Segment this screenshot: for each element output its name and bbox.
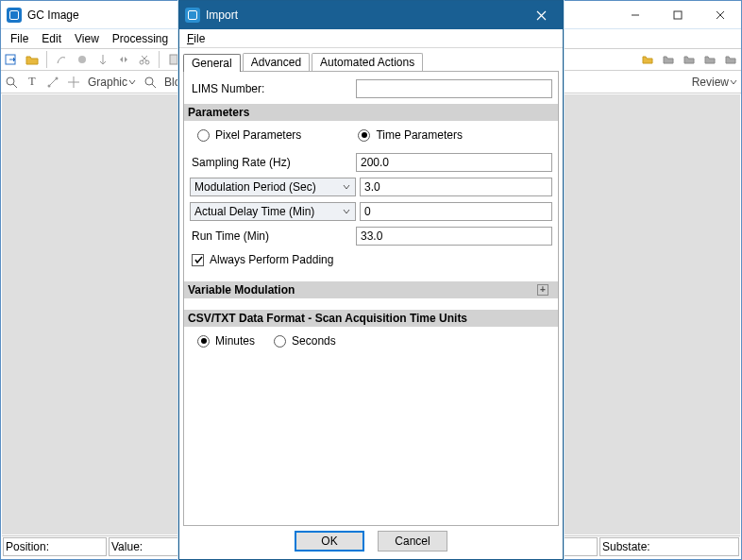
radio-time-parameters[interactable]: Time Parameters (358, 128, 463, 142)
parameters-header: Parameters (184, 104, 558, 121)
radio-dot-icon (197, 335, 210, 348)
always-padding-checkbox[interactable]: Always Perform Padding (190, 249, 552, 270)
close-button[interactable] (699, 1, 741, 29)
open-folder-icon[interactable] (24, 51, 41, 68)
dialog-menubar: File (179, 29, 563, 48)
svg-point-9 (48, 84, 51, 87)
maximize-button[interactable] (656, 1, 699, 29)
ok-button[interactable]: OK (295, 531, 364, 552)
tab-general[interactable]: General (183, 54, 241, 72)
modulation-period-input[interactable] (360, 178, 552, 196)
radio-minutes-label: Minutes (215, 334, 255, 348)
text-tool-icon[interactable]: T (24, 74, 41, 91)
radio-dot-icon (358, 129, 370, 142)
tool-icon-1[interactable] (53, 51, 70, 68)
sampling-rate-label: Sampling Rate (Hz) (190, 156, 356, 169)
svg-point-8 (7, 77, 14, 85)
blob-icon[interactable] (142, 74, 159, 91)
radio-dot-icon (274, 335, 286, 348)
dialog-titlebar: Import (179, 1, 563, 29)
dialog-close-button[interactable] (520, 1, 563, 29)
radio-seconds[interactable]: Seconds (274, 334, 336, 348)
dialog-title: Import (206, 8, 238, 22)
modulation-period-label: Modulation Period (Sec) (194, 180, 316, 194)
tab-panel-general: LIMS Number: Parameters Pixel Parameters… (183, 71, 559, 526)
status-position: Position: (3, 537, 107, 556)
radio-dot-icon (197, 129, 210, 142)
actual-delay-combo[interactable]: Actual Delay Time (Min) (190, 202, 356, 221)
csv-format-header: CSV/TXT Data Format - Scan Acquisition T… (184, 310, 558, 327)
lims-input[interactable] (356, 79, 552, 98)
cancel-button[interactable]: Cancel (378, 531, 447, 552)
main-title: GC Image (27, 8, 79, 22)
folder-icon-r2[interactable] (660, 51, 677, 68)
crosshair-icon[interactable] (65, 74, 82, 91)
svg-rect-5 (170, 55, 177, 64)
modulation-period-combo[interactable]: Modulation Period (Sec) (190, 178, 356, 196)
graphic-label: Graphic (88, 76, 127, 89)
import-dialog: Import File General Advanced Automated A… (178, 0, 564, 560)
tool-icon-4[interactable] (115, 51, 132, 68)
menu-view[interactable]: View (69, 31, 105, 46)
minimize-button[interactable] (614, 1, 656, 29)
review-dropdown[interactable]: Review (690, 76, 739, 89)
radio-seconds-label: Seconds (292, 334, 336, 348)
svg-point-10 (56, 76, 59, 79)
expand-icon[interactable]: + (537, 284, 548, 296)
checkbox-box-icon (192, 254, 204, 266)
run-time-label: Run Time (Min) (190, 229, 356, 243)
folder-icon-r5[interactable] (722, 51, 739, 68)
graphic-dropdown[interactable]: Graphic (86, 76, 138, 89)
review-label: Review (692, 76, 729, 89)
run-time-input[interactable] (356, 227, 552, 246)
cut-icon[interactable] (136, 51, 153, 68)
app-icon (7, 8, 22, 23)
tool-icon-3[interactable] (94, 51, 111, 68)
actual-delay-input[interactable] (360, 202, 552, 221)
tab-automated-actions[interactable]: Automated Actions (312, 53, 423, 71)
svg-point-2 (78, 56, 86, 63)
always-padding-label: Always Perform Padding (210, 253, 333, 266)
dialog-menu-file[interactable]: File (183, 31, 209, 46)
dialog-app-icon (185, 8, 200, 23)
menu-edit[interactable]: Edit (36, 31, 67, 46)
tool-icon-2[interactable] (74, 51, 91, 68)
magnifier-icon[interactable] (3, 74, 20, 91)
variable-modulation-header[interactable]: Variable Modulation + (184, 281, 558, 298)
actual-delay-label: Actual Delay Time (Min) (194, 205, 314, 218)
status-substate: Substate: (599, 537, 739, 556)
svg-point-11 (145, 77, 153, 85)
folder-icon-r1[interactable] (639, 51, 656, 68)
radio-minutes[interactable]: Minutes (197, 334, 255, 348)
menu-file[interactable]: File (5, 31, 34, 46)
menu-processing[interactable]: Processing (107, 31, 174, 46)
import-icon[interactable] (3, 51, 20, 68)
measure-icon[interactable] (44, 74, 61, 91)
radio-pixel-label: Pixel Parameters (215, 128, 301, 142)
dialog-button-row: OK Cancel (179, 526, 563, 556)
variable-modulation-label: Variable Modulation (188, 283, 295, 297)
sampling-rate-input[interactable] (356, 153, 552, 172)
radio-time-label: Time Parameters (376, 128, 463, 142)
lims-label: LIMS Number: (190, 82, 356, 95)
radio-pixel-parameters[interactable]: Pixel Parameters (197, 128, 301, 142)
tab-advanced[interactable]: Advanced (243, 53, 310, 71)
folder-icon-r4[interactable] (701, 51, 718, 68)
svg-rect-0 (674, 11, 682, 19)
folder-icon-r3[interactable] (681, 51, 698, 68)
dialog-tabs: General Advanced Automated Actions (179, 50, 563, 71)
